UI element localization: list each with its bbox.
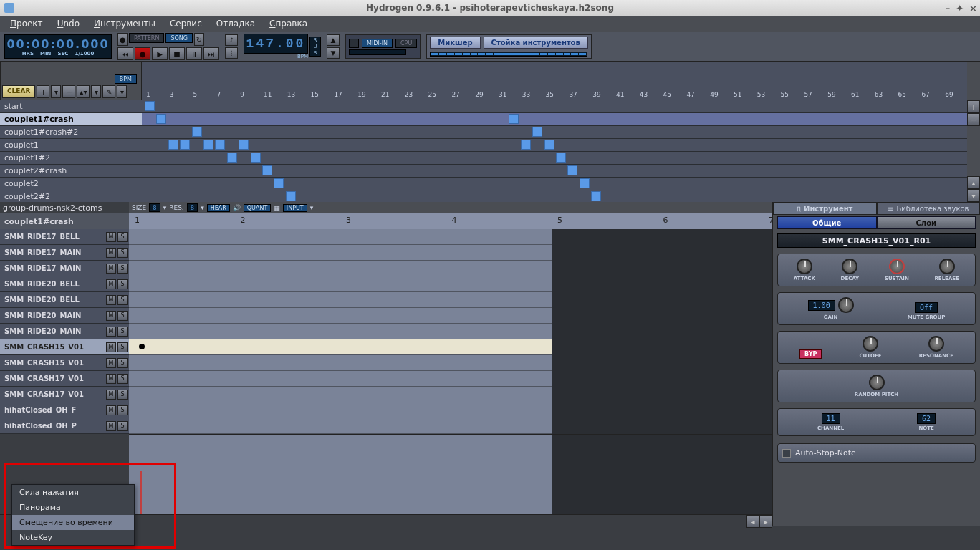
song-cell[interactable] — [580, 178, 590, 188]
menu-debug[interactable]: Отладка — [211, 17, 261, 30]
pattern-ruler[interactable]: 1234567 — [129, 213, 772, 229]
ruler-bar[interactable]: 25 — [428, 91, 436, 98]
pattern-ruler-mark[interactable]: 2 — [241, 216, 246, 225]
menu-project[interactable]: Проект — [4, 17, 49, 30]
note[interactable] — [139, 344, 145, 349]
stop-button[interactable]: ■ — [169, 47, 185, 60]
rewind-button[interactable]: ⏮ — [117, 47, 133, 60]
solo-button[interactable]: S — [117, 342, 128, 352]
hear-button[interactable]: HEAR — [207, 204, 230, 212]
pattern-row[interactable]: couplet2#2 — [0, 190, 142, 202]
size-dropdown[interactable]: ▾ — [163, 204, 167, 211]
ruler-bar[interactable]: 1 — [146, 91, 150, 98]
context-menu-item[interactable]: Сила нажатия — [12, 485, 134, 500]
decay-knob[interactable] — [842, 259, 858, 274]
ruler-bar[interactable]: 9 — [240, 91, 244, 98]
pattern-row[interactable]: couplet1#crash — [0, 113, 142, 126]
instrument-row[interactable]: SMM_RIDE20_MAINMS — [0, 308, 129, 324]
pattern-ruler-mark[interactable]: 5 — [557, 216, 562, 225]
solo-button[interactable]: S — [117, 232, 128, 242]
ruler-bar[interactable]: 35 — [546, 91, 554, 98]
ruler-bar[interactable]: 11 — [264, 91, 272, 98]
ruler-bar[interactable]: 59 — [827, 91, 835, 98]
menu-service[interactable]: Сервис — [164, 17, 208, 30]
song-cell[interactable] — [215, 140, 225, 150]
pattern-row[interactable]: start — [0, 100, 142, 113]
pattern-row[interactable]: couplet2#crash — [0, 165, 142, 178]
instrument-row[interactable]: SMM_RIDE17_MAINMS — [0, 245, 129, 261]
song-cell[interactable] — [262, 165, 272, 175]
song-cell[interactable] — [509, 114, 519, 124]
gain-knob[interactable] — [838, 297, 854, 313]
autostop-checkbox[interactable] — [782, 449, 791, 458]
song-grid-row[interactable] — [142, 165, 967, 178]
move-up-button[interactable]: ▴▾ — [77, 85, 90, 98]
mute-button[interactable]: M — [106, 390, 116, 400]
scroll-down[interactable]: ▾ — [967, 189, 980, 202]
instrument-row[interactable]: hihatClosed_OH_FMS — [0, 402, 129, 418]
ruler-bar[interactable]: 53 — [757, 91, 765, 98]
add-dropdown[interactable]: ▾ — [51, 85, 61, 98]
song-cell[interactable] — [168, 140, 178, 150]
solo-button[interactable]: S — [117, 264, 128, 274]
solo-button[interactable]: S — [117, 390, 128, 400]
hear-icon[interactable]: 🔊 — [233, 204, 241, 211]
song-cell[interactable] — [521, 140, 531, 150]
pattern-row[interactable]: couplet1#crash#2 — [0, 126, 142, 139]
song-grid-row[interactable] — [142, 190, 967, 202]
ruler-bar[interactable]: 51 — [734, 91, 741, 98]
song-cell[interactable] — [274, 178, 284, 188]
loop-toggle[interactable]: ↻ — [194, 33, 204, 46]
song-grid-row[interactable] — [142, 113, 967, 126]
pattern-ruler-mark[interactable]: 7 — [769, 216, 772, 225]
mixer-button[interactable]: Микшер — [430, 37, 480, 49]
cutoff-knob[interactable] — [863, 336, 878, 352]
mode-pattern[interactable]: PATTERN — [129, 33, 164, 43]
maximize-icon[interactable]: ✦ — [956, 3, 964, 14]
instrument-row[interactable]: hihatClosed_OH_PMS — [0, 418, 129, 434]
draw-mode-button[interactable]: ▾ — [91, 85, 101, 98]
context-menu-item[interactable]: Смещение во времени — [12, 515, 134, 530]
mutegroup-value[interactable]: Off — [915, 302, 938, 313]
song-grid[interactable]: 1357911131517192123252729313335373941434… — [142, 62, 967, 202]
pattern-row[interactable]: couplet2 — [0, 178, 142, 190]
mute-button[interactable]: M — [106, 311, 116, 321]
ruler-bar[interactable]: 17 — [334, 91, 342, 98]
instrument-row[interactable]: SMM_CRASH15_V01MS — [0, 339, 129, 355]
mute-button[interactable]: M — [106, 264, 116, 274]
ruler-bar[interactable]: 3 — [170, 91, 174, 98]
pattern-ruler-mark[interactable]: 1 — [135, 216, 140, 225]
sustain-knob[interactable] — [889, 259, 905, 274]
bpm-down[interactable]: ▼ — [327, 47, 340, 59]
pause-button[interactable]: ⏸ — [186, 47, 202, 60]
pattern-row[interactable]: couplet1#2 — [0, 152, 142, 165]
add-pattern-button[interactable]: + — [37, 85, 49, 98]
instrument-rack-button[interactable]: Стойка инструментов — [484, 37, 588, 49]
close-icon[interactable]: × — [969, 3, 977, 14]
ruler-bar[interactable]: 63 — [875, 91, 883, 98]
mute-button[interactable]: M — [106, 327, 116, 337]
solo-button[interactable]: S — [117, 405, 128, 415]
pattern-row[interactable]: couplet1 — [0, 139, 142, 152]
song-cell[interactable] — [227, 153, 237, 163]
remove-pattern-button[interactable]: − — [62, 85, 75, 98]
song-cell[interactable] — [192, 127, 202, 137]
res-value[interactable]: 8 — [187, 203, 198, 212]
velocity-bar[interactable] — [140, 471, 142, 514]
instrument-row[interactable]: SMM_RIDE17_BELLMS — [0, 229, 129, 245]
ruler-bar[interactable]: 5 — [193, 91, 198, 98]
subtab-general[interactable]: Общие — [777, 216, 877, 229]
scroll-up[interactable]: ▴ — [967, 176, 980, 189]
ruler-bar[interactable]: 29 — [475, 91, 483, 98]
song-cell[interactable] — [567, 165, 577, 175]
ruler-bar[interactable]: 67 — [921, 91, 929, 98]
play-button[interactable]: ▶ — [152, 47, 168, 60]
input-button[interactable]: INPUT — [283, 204, 307, 212]
ruler-bar[interactable]: 23 — [405, 91, 413, 98]
ruler-bar[interactable]: 69 — [945, 91, 953, 98]
song-grid-row[interactable] — [142, 178, 967, 190]
attack-knob[interactable] — [797, 259, 812, 274]
menu-undo[interactable]: Undo — [52, 17, 85, 30]
quant-button[interactable]: QUANT — [244, 204, 272, 212]
solo-button[interactable]: S — [117, 358, 128, 368]
